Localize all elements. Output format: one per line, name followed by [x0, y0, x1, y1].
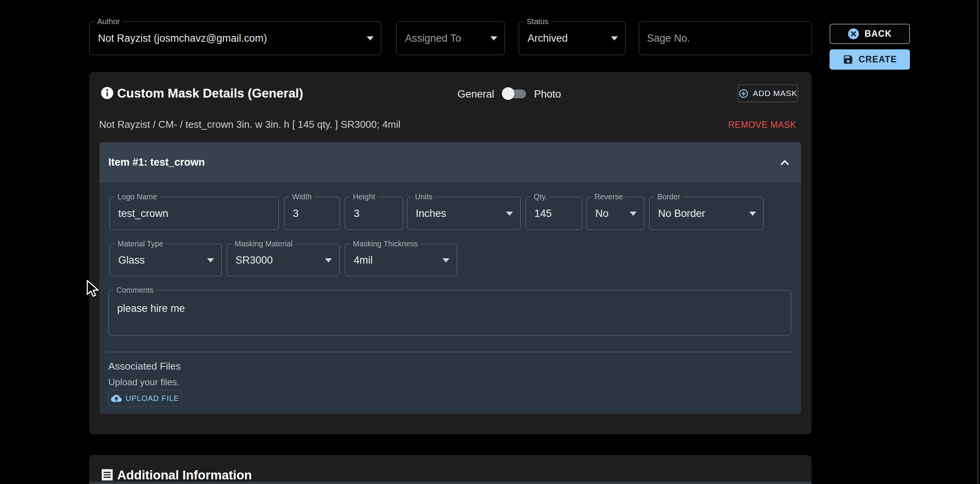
masking-thickness-value: 4mil: [354, 254, 373, 266]
chevron-down-icon: [367, 36, 374, 41]
assigned-to-placeholder: Assigned To: [405, 33, 461, 44]
upload-instruction: Upload your files.: [108, 377, 179, 388]
sage-no-field[interactable]: [639, 21, 812, 55]
chevron-down-icon: [506, 212, 513, 216]
height-label: Height: [350, 192, 378, 201]
status-value: Archived: [528, 33, 568, 44]
add-circle-icon: [738, 88, 749, 99]
units-select[interactable]: Units Inches: [407, 197, 521, 230]
create-button[interactable]: CREATE: [830, 49, 910, 70]
chevron-down-icon: [611, 36, 618, 41]
page: Author Not Rayzist (josmchavz@gmail.com)…: [0, 0, 980, 484]
back-button-label: BACK: [864, 29, 892, 39]
toggle-right-label: Photo: [534, 88, 561, 100]
logo-name-field[interactable]: Logo Name test_crown: [109, 197, 279, 230]
associated-files-heading: Associated Files: [108, 360, 181, 372]
switch-thumb: [502, 87, 514, 100]
logo-name-label: Logo Name: [115, 192, 160, 201]
item-accordion-header[interactable]: Item #1: test_crown: [100, 142, 801, 183]
close-circle-icon: [848, 28, 859, 40]
masking-material-label: Masking Material: [232, 240, 295, 248]
qty-field[interactable]: Qty. 145: [526, 197, 582, 230]
height-field[interactable]: Height 3: [345, 197, 403, 230]
assigned-to-select[interactable]: Assigned To: [396, 21, 505, 55]
additional-info-card: Additional Information: [89, 455, 812, 484]
author-select[interactable]: Author Not Rayzist (josmchavz@gmail.com): [89, 21, 381, 55]
status-select[interactable]: Status Archived: [519, 21, 626, 55]
masking-material-select[interactable]: Masking Material SR3000: [227, 244, 340, 276]
units-label: Units: [412, 192, 435, 201]
mouse-cursor: [86, 280, 103, 298]
cloud-upload-icon: [111, 393, 122, 404]
units-value: Inches: [416, 207, 446, 219]
save-icon: [843, 54, 854, 65]
info-icon: [100, 86, 114, 100]
width-value: 3: [293, 207, 299, 219]
material-type-value: Glass: [118, 254, 145, 266]
chevron-down-icon: [207, 258, 214, 262]
reverse-select[interactable]: Reverse No: [586, 197, 644, 230]
chevron-down-icon: [325, 258, 332, 262]
height-value: 3: [354, 207, 359, 219]
sage-no-input[interactable]: [639, 22, 812, 55]
create-button-label: CREATE: [859, 54, 897, 65]
divider: [106, 352, 795, 352]
item-header-title: Item #1: test_crown: [108, 156, 205, 168]
masking-material-value: SR3000: [235, 254, 273, 266]
author-value: Not Rayzist (josmchavz@gmail.com): [98, 33, 267, 44]
material-type-label: Material Type: [115, 240, 166, 248]
table-header-edge: [89, 482, 812, 484]
material-type-select[interactable]: Material Type Glass: [109, 244, 222, 276]
comments-value: please hire me: [117, 303, 185, 315]
chevron-down-icon: [490, 36, 497, 41]
qty-label: Qty.: [531, 192, 550, 201]
status-label: Status: [524, 17, 551, 26]
upload-file-button[interactable]: UPLOAD FILE: [108, 390, 182, 407]
width-field[interactable]: Width 3: [284, 197, 340, 230]
logo-name-value: test_crown: [118, 207, 168, 219]
chevron-up-icon: [778, 156, 791, 169]
upload-file-label: UPLOAD FILE: [126, 394, 179, 403]
receipt-icon: [100, 468, 114, 482]
remove-mask-button[interactable]: REMOVE MASK: [728, 120, 796, 130]
comments-label: Comments: [114, 286, 156, 294]
width-label: Width: [289, 192, 314, 201]
toggle-left-label: General: [457, 88, 494, 100]
add-mask-button[interactable]: ADD MASK: [738, 85, 798, 102]
border-label: Border: [655, 192, 683, 201]
reverse-label: Reverse: [592, 192, 626, 201]
chevron-down-icon: [749, 212, 756, 216]
item-panel: Item #1: test_crown Logo Name test_crown…: [100, 142, 801, 414]
additional-info-title: Additional Information: [117, 468, 252, 482]
scrollbar[interactable]: [977, 0, 978, 484]
general-photo-switch[interactable]: [497, 82, 534, 106]
custom-mask-card: Custom Mask Details (General) General Ph…: [89, 72, 812, 434]
masking-thickness-label: Masking Thickness: [350, 240, 421, 248]
chevron-down-icon: [443, 258, 449, 262]
mask-summary: Not Rayzist / CM- / test_crown 3in. w 3i…: [99, 119, 400, 130]
qty-value: 145: [534, 207, 552, 219]
border-value: No Border: [658, 207, 705, 219]
card-title: Custom Mask Details (General): [117, 86, 303, 101]
back-button[interactable]: BACK: [830, 24, 910, 44]
border-select[interactable]: Border No Border: [649, 197, 764, 230]
reverse-value: No: [595, 207, 609, 219]
comments-field[interactable]: Comments please hire me: [108, 290, 791, 336]
masking-thickness-select[interactable]: Masking Thickness 4mil: [345, 244, 457, 276]
add-mask-label: ADD MASK: [753, 89, 797, 98]
chevron-down-icon: [630, 212, 637, 216]
author-label: Author: [95, 17, 122, 26]
